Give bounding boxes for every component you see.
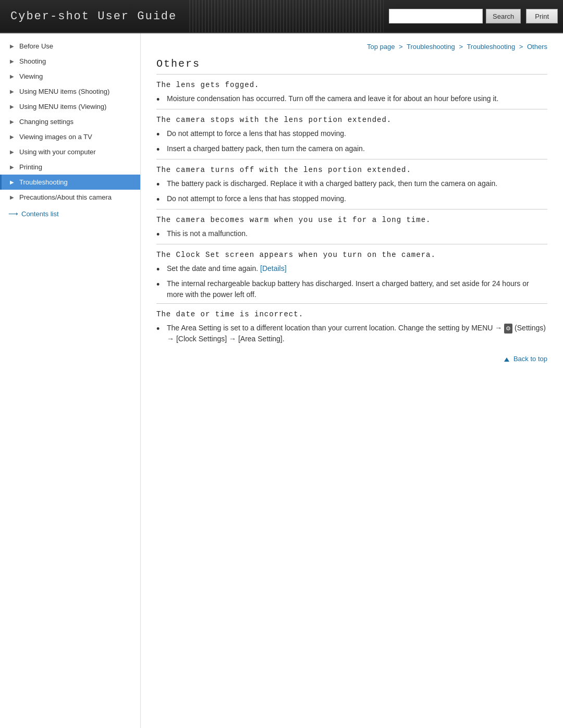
expand-arrow-icon: ▶ (10, 89, 16, 94)
section-lens-stops: The camera stops with the lens portion e… (156, 116, 547, 159)
bullet-dot: • (156, 94, 165, 106)
bullet-text: The internal rechargeable backup battery… (167, 278, 547, 300)
sidebar-item-label: Using with your computer (19, 148, 96, 156)
bullet-text: Moisture condensation has occurred. Turn… (167, 93, 547, 104)
bullet-item: • Do not attempt to force a lens that ha… (156, 128, 547, 141)
settings-icon: ⚙ (504, 324, 512, 334)
back-to-top-link[interactable]: Back to top (504, 355, 547, 363)
sidebar-item-printing[interactable]: ▶ Printing (0, 159, 140, 175)
sidebar-item-label: Using MENU items (Shooting) (19, 88, 109, 95)
bullet-text: This is not a malfunction. (167, 228, 547, 239)
sidebar-item-precautions[interactable]: ▶ Precautions/About this camera (0, 190, 140, 205)
expand-arrow-icon: ▶ (10, 194, 16, 200)
header-search-area: Search Print (384, 9, 563, 23)
section-title: The camera becomes warm when you use it … (156, 216, 547, 224)
search-button[interactable]: Search (486, 9, 521, 23)
sidebar-item-label: Precautions/About this camera (19, 193, 112, 201)
breadcrumb-sep: > (519, 43, 523, 51)
section-content: • This is not a malfunction. (156, 228, 547, 241)
back-to-top: Back to top (156, 355, 547, 363)
expand-arrow-icon: ▶ (10, 119, 16, 125)
header: Cyber-shot User Guide Search Print (0, 0, 563, 33)
sidebar-item-label: Printing (19, 163, 42, 171)
breadcrumb-top[interactable]: Top page (367, 43, 395, 51)
sidebar-item-label: Using MENU items (Viewing) (19, 103, 106, 110)
bullet-item: • This is not a malfunction. (156, 228, 547, 241)
sidebar-item-label: Changing settings (19, 118, 74, 126)
section-title: The camera turns off with the lens porti… (156, 166, 547, 174)
section-divider (156, 109, 547, 109)
app-title: Cyber-shot User Guide (10, 10, 177, 23)
sidebar-item-computer[interactable]: ▶ Using with your computer (0, 144, 140, 159)
expand-arrow-icon: ▶ (10, 164, 16, 170)
bullet-text: Set the date and time again. [Details] (167, 263, 547, 274)
section-title: The Clock Set screen appears when you tu… (156, 251, 547, 259)
sidebar-item-shooting[interactable]: ▶ Shooting (0, 54, 140, 69)
sidebar-item-viewing-tv[interactable]: ▶ Viewing images on a TV (0, 129, 140, 144)
bullet-item: • Do not attempt to force a lens that ha… (156, 193, 547, 206)
bullet-item: • Moisture condensation has occurred. Tu… (156, 93, 547, 106)
sidebar-item-menu-shooting[interactable]: ▶ Using MENU items (Shooting) (0, 84, 140, 99)
bullet-dot: • (156, 194, 165, 206)
bullet-dot: • (156, 279, 165, 291)
sidebar-item-menu-viewing[interactable]: ▶ Using MENU items (Viewing) (0, 99, 140, 114)
bullet-dot: • (156, 129, 165, 141)
title-divider (156, 74, 547, 75)
sidebar-item-label: Viewing (19, 72, 43, 80)
bullet-item: • The Area Setting is set to a different… (156, 323, 547, 344)
contents-list-link[interactable]: ⟶ Contents list (0, 205, 140, 223)
section-content: • The battery pack is discharged. Replac… (156, 178, 547, 206)
section-content: • Moisture condensation has occurred. Tu… (156, 93, 547, 106)
header-decoration (187, 0, 384, 32)
bullet-dot: • (156, 264, 165, 276)
expand-arrow-icon: ▶ (10, 58, 16, 64)
sidebar-item-troubleshooting[interactable]: ▶ Troubleshooting (0, 175, 140, 190)
section-camera-warm: The camera becomes warm when you use it … (156, 216, 547, 244)
section-divider (156, 159, 547, 159)
section-date-incorrect: The date or time is incorrect. • The Are… (156, 310, 547, 344)
expand-arrow-icon: ▶ (10, 73, 16, 79)
section-divider (156, 303, 547, 304)
arrow-right-icon: ⟶ (8, 210, 18, 218)
breadcrumb-troubleshooting1[interactable]: Troubleshooting (407, 43, 455, 51)
expand-arrow-icon: ▶ (10, 149, 16, 155)
expand-arrow-icon: ▶ (10, 134, 16, 140)
contents-list-label: Contents list (21, 210, 59, 218)
sidebar-item-viewing[interactable]: ▶ Viewing (0, 69, 140, 84)
section-title: The lens gets fogged. (156, 81, 547, 89)
expand-arrow-icon: ▶ (10, 104, 16, 109)
bullet-dot: • (156, 324, 165, 335)
section-divider (156, 244, 547, 244)
section-divider (156, 209, 547, 209)
breadcrumb-sep: > (459, 43, 463, 51)
sidebar: ▶ Before Use ▶ Shooting ▶ Viewing ▶ Usin… (0, 33, 141, 728)
section-lens-fogged: The lens gets fogged. • Moisture condens… (156, 81, 547, 109)
bullet-text: Do not attempt to force a lens that has … (167, 193, 547, 204)
sidebar-item-before-use[interactable]: ▶ Before Use (0, 39, 140, 54)
bullet-dot: • (156, 144, 165, 156)
expand-arrow-icon: ▶ (10, 43, 16, 49)
breadcrumb-sep: > (399, 43, 403, 51)
section-content: • The Area Setting is set to a different… (156, 323, 547, 344)
sidebar-item-label: Troubleshooting (19, 178, 68, 186)
header-title-area: Cyber-shot User Guide (0, 10, 187, 23)
bullet-text: Do not attempt to force a lens that has … (167, 128, 547, 139)
expand-arrow-icon: ▶ (10, 179, 16, 185)
section-title: The camera stops with the lens portion e… (156, 116, 547, 124)
breadcrumb-troubleshooting2[interactable]: Troubleshooting (467, 43, 515, 51)
sidebar-item-changing-settings[interactable]: ▶ Changing settings (0, 114, 140, 129)
breadcrumb-others: Others (527, 43, 547, 51)
main-content: Top page > Troubleshooting > Troubleshoo… (141, 33, 563, 728)
section-content: • Do not attempt to force a lens that ha… (156, 128, 547, 156)
bullet-item: • The internal rechargeable backup batte… (156, 278, 547, 300)
bullet-item: • Insert a charged battery pack, then tu… (156, 143, 547, 156)
section-title: The date or time is incorrect. (156, 310, 547, 318)
details-link[interactable]: [Details] (260, 264, 287, 273)
print-button[interactable]: Print (526, 9, 558, 23)
bullet-item: • Set the date and time again. [Details] (156, 263, 547, 276)
sidebar-item-label: Viewing images on a TV (19, 133, 92, 141)
back-to-top-label: Back to top (513, 355, 547, 363)
bullet-dot: • (156, 229, 165, 241)
search-input[interactable] (389, 9, 483, 23)
sidebar-item-label: Shooting (19, 57, 46, 65)
